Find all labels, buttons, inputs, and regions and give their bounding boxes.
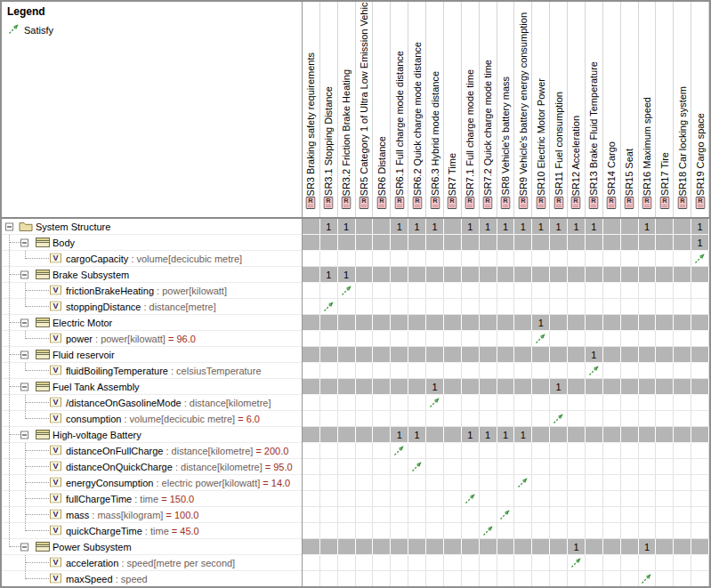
matrix-cell[interactable] <box>444 331 462 346</box>
matrix-cell[interactable] <box>391 507 408 522</box>
matrix-cell[interactable] <box>639 491 657 506</box>
matrix-cell[interactable] <box>691 507 709 522</box>
matrix-cell[interactable] <box>444 347 462 362</box>
matrix-cell[interactable] <box>373 267 391 282</box>
matrix-cell[interactable] <box>373 475 391 490</box>
matrix-cell[interactable] <box>586 267 603 282</box>
matrix-cell[interactable] <box>532 523 550 538</box>
matrix-cell[interactable] <box>603 475 621 490</box>
matrix-cell[interactable] <box>656 267 674 282</box>
matrix-cell[interactable]: 1 <box>462 427 480 442</box>
matrix-cell[interactable] <box>656 507 674 522</box>
column-header[interactable]: SR6.2 Quick charge mode distanceR <box>408 2 426 217</box>
matrix-cell[interactable] <box>320 491 338 506</box>
matrix-cell[interactable] <box>303 219 320 234</box>
matrix-cell[interactable] <box>674 219 691 234</box>
matrix-cell[interactable] <box>462 315 480 330</box>
satisfy-arrow-icon[interactable] <box>535 333 546 344</box>
matrix-cell[interactable] <box>603 315 621 330</box>
column-header[interactable]: SR5 Category 1 of Ultra Low Emission Veh… <box>356 2 374 217</box>
matrix-cell[interactable] <box>568 315 586 330</box>
matrix-cell[interactable] <box>550 475 568 490</box>
column-header[interactable]: SR6 DistanceR <box>373 2 391 217</box>
matrix-cell[interactable] <box>408 539 426 554</box>
matrix-cell[interactable] <box>391 571 408 586</box>
matrix-cell[interactable] <box>391 283 408 298</box>
matrix-cell[interactable] <box>373 539 391 554</box>
tree-row[interactable]: VstoppingDistance : distance[metre] <box>2 299 302 315</box>
matrix-cell[interactable] <box>426 347 444 362</box>
matrix-cell[interactable] <box>426 459 444 474</box>
matrix-cell[interactable] <box>462 475 480 490</box>
matrix-cell[interactable] <box>338 299 356 314</box>
matrix-cell[interactable] <box>514 331 532 346</box>
matrix-cell[interactable] <box>603 363 621 378</box>
matrix-cell[interactable] <box>320 363 338 378</box>
matrix-cell[interactable] <box>320 507 338 522</box>
matrix-cell[interactable] <box>426 267 444 282</box>
matrix-cell[interactable] <box>462 347 480 362</box>
matrix-cell[interactable] <box>303 251 320 266</box>
matrix-cell[interactable] <box>603 539 621 554</box>
matrix-cell[interactable] <box>391 459 408 474</box>
matrix-cell[interactable] <box>603 571 621 586</box>
matrix-cell[interactable]: 1 <box>462 219 480 234</box>
matrix-cell[interactable] <box>656 427 674 442</box>
matrix-cell[interactable]: 1 <box>408 427 426 442</box>
matrix-cell[interactable] <box>303 459 320 474</box>
matrix-cell[interactable] <box>303 491 320 506</box>
matrix-cell[interactable] <box>480 235 497 250</box>
column-header[interactable]: SR12 AccelerationR <box>568 2 586 217</box>
tree-row[interactable]: VfluidBoilingTemperature : celsiusTemper… <box>2 363 302 379</box>
matrix-cell[interactable] <box>532 363 550 378</box>
matrix-cell[interactable] <box>338 459 356 474</box>
matrix-cell[interactable] <box>480 363 497 378</box>
matrix-cell[interactable] <box>497 475 515 490</box>
matrix-cell[interactable] <box>303 299 320 314</box>
matrix-cell[interactable] <box>674 235 691 250</box>
matrix-cell[interactable] <box>426 251 444 266</box>
matrix-cell[interactable] <box>497 571 515 586</box>
matrix-cell[interactable] <box>621 299 639 314</box>
matrix-cell[interactable] <box>373 219 391 234</box>
matrix-cell[interactable] <box>639 427 657 442</box>
matrix-cell[interactable] <box>586 443 603 458</box>
matrix-cell[interactable] <box>514 539 532 554</box>
matrix-cell[interactable] <box>426 315 444 330</box>
matrix-cell[interactable] <box>444 235 462 250</box>
column-header[interactable]: SR17 TireR <box>656 2 674 217</box>
matrix-cell[interactable] <box>462 555 480 570</box>
matrix-cell[interactable] <box>639 411 657 426</box>
matrix-cell[interactable] <box>656 539 674 554</box>
matrix-cell[interactable] <box>373 523 391 538</box>
matrix-cell[interactable] <box>603 347 621 362</box>
matrix-cell[interactable] <box>603 411 621 426</box>
matrix-cell[interactable] <box>444 379 462 394</box>
matrix-cell[interactable] <box>691 315 709 330</box>
matrix-cell[interactable] <box>621 379 639 394</box>
matrix-cell[interactable] <box>338 523 356 538</box>
tree-row[interactable]: Electric Motor <box>2 315 302 331</box>
matrix-cell[interactable] <box>514 395 532 410</box>
matrix-cell[interactable] <box>408 331 426 346</box>
matrix-cell[interactable] <box>568 459 586 474</box>
matrix-cell[interactable] <box>320 555 338 570</box>
matrix-cell[interactable] <box>586 251 603 266</box>
matrix-cell[interactable] <box>373 363 391 378</box>
matrix-cell[interactable] <box>408 459 426 474</box>
matrix-cell[interactable] <box>497 507 515 522</box>
matrix-cell[interactable] <box>568 283 586 298</box>
matrix-cell[interactable]: 1 <box>550 219 568 234</box>
matrix-cell[interactable] <box>426 283 444 298</box>
matrix-cell[interactable] <box>356 235 374 250</box>
column-header[interactable]: SR7.1 Full charge mode timeR <box>462 2 480 217</box>
matrix-cell[interactable] <box>674 475 691 490</box>
matrix-cell[interactable] <box>586 571 603 586</box>
matrix-cell[interactable] <box>391 251 408 266</box>
matrix-cell[interactable] <box>303 475 320 490</box>
matrix-cell[interactable] <box>426 523 444 538</box>
matrix-cell[interactable] <box>586 379 603 394</box>
matrix-cell[interactable] <box>514 459 532 474</box>
matrix-cell[interactable] <box>497 491 515 506</box>
matrix-cell[interactable] <box>408 507 426 522</box>
